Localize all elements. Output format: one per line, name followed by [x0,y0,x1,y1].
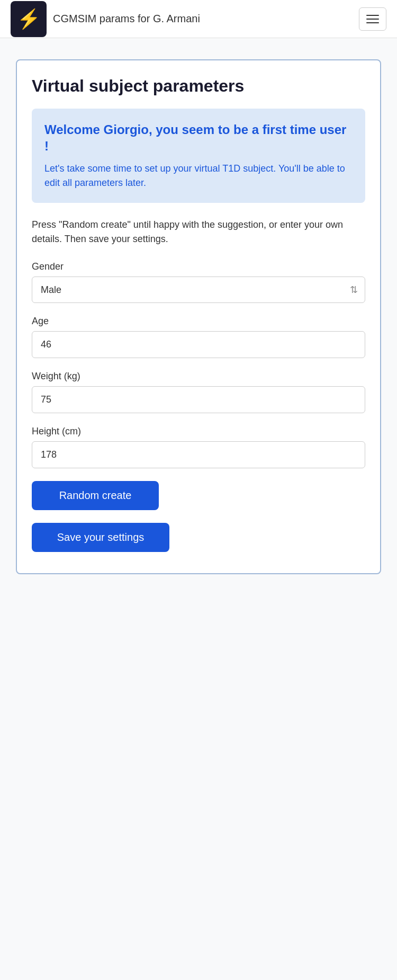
welcome-body: Let's take some time to set up your virt… [44,162,353,190]
welcome-heading: Welcome Giorgio, you seem to be a first … [44,121,353,154]
hamburger-icon [366,22,379,23]
section-title: Virtual subject parameters [32,76,365,96]
height-label: Height (cm) [32,426,365,437]
random-create-button[interactable]: Random create [32,481,159,510]
height-group: Height (cm) [32,426,365,468]
params-card: Virtual subject parameters Welcome Giorg… [16,59,381,574]
save-settings-button[interactable]: Save your settings [32,523,169,552]
age-input[interactable] [32,331,365,358]
gender-label: Gender [32,261,365,272]
hamburger-icon [366,15,379,16]
age-group: Age [32,316,365,358]
navbar: ⚡ CGMSIM params for G. Armani [0,0,397,38]
brand: ⚡ CGMSIM params for G. Armani [11,1,200,37]
weight-group: Weight (kg) [32,371,365,413]
height-input[interactable] [32,441,365,468]
age-label: Age [32,316,365,327]
weight-label: Weight (kg) [32,371,365,382]
hamburger-icon [366,19,379,20]
weight-input[interactable] [32,386,365,413]
gender-group: Gender Male Female ⇅ [32,261,365,303]
main-content: Virtual subject parameters Welcome Giorg… [0,38,397,595]
welcome-box: Welcome Giorgio, you seem to be a first … [32,109,365,203]
logo-box: ⚡ [11,1,47,37]
gender-select[interactable]: Male Female [32,277,365,303]
navbar-title: CGMSIM params for G. Armani [53,13,200,25]
instructions-text: Press "Random create" until happy with t… [32,218,365,246]
gender-select-wrapper: Male Female ⇅ [32,277,365,303]
navbar-toggle-button[interactable] [359,7,386,31]
logo-bolt-icon: ⚡ [17,10,41,29]
